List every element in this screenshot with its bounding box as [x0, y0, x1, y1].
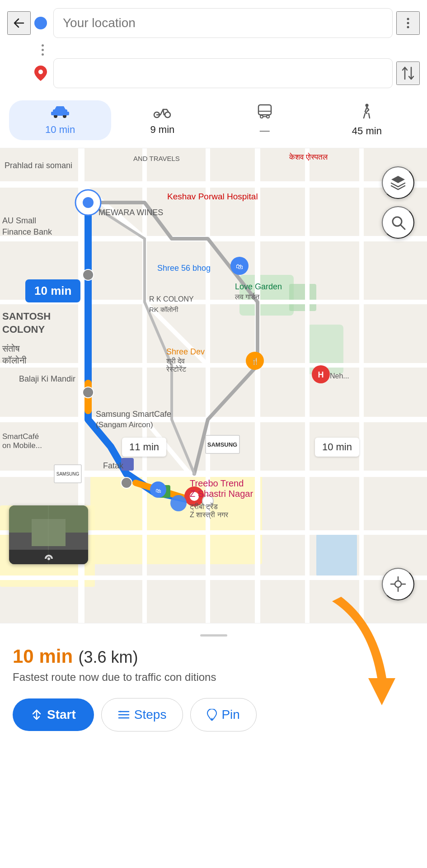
bottom-handle	[200, 634, 227, 637]
transport-bar: 10 min 9 min —	[0, 93, 427, 148]
svg-point-44	[83, 387, 94, 398]
svg-rect-6	[51, 112, 69, 115]
route-desc-end: ditions	[185, 671, 216, 683]
svg-rect-18	[239, 275, 294, 316]
my-location-button[interactable]	[382, 568, 414, 600]
transport-car[interactable]: 10 min	[9, 100, 111, 140]
transport-moto[interactable]: 9 min	[111, 100, 213, 140]
svg-text:🛍: 🛍	[155, 487, 161, 494]
svg-point-2	[407, 26, 409, 28]
pin-label: Pin	[221, 708, 239, 722]
car-icon	[51, 105, 69, 122]
route-time: 10 min	[13, 646, 73, 667]
svg-point-75	[47, 557, 50, 560]
svg-point-42	[83, 197, 94, 208]
route-time-badge: 10 min	[25, 279, 80, 302]
svg-text:🛍: 🛍	[236, 263, 243, 270]
route-description: Fastest route now due to traffic con dit…	[13, 671, 414, 684]
svg-point-11	[260, 115, 263, 118]
svg-rect-20	[289, 284, 316, 311]
svg-rect-50	[121, 458, 134, 471]
svg-text:SAMSUNG: SAMSUNG	[56, 472, 80, 476]
map-container[interactable]: SAMSUNG SAMSUNG H 🛍 🍴 🛍 Prahlad rai soma…	[0, 148, 427, 623]
connector-dot-2	[42, 49, 44, 51]
svg-point-0	[407, 18, 409, 20]
svg-rect-21	[316, 533, 357, 578]
layers-button[interactable]	[382, 166, 414, 199]
svg-point-12	[267, 115, 269, 118]
transport-transit[interactable]: —	[214, 99, 316, 141]
map-search-button[interactable]	[382, 206, 414, 239]
svg-point-49	[202, 495, 213, 506]
start-button[interactable]: Start	[13, 698, 94, 731]
svg-line-65	[401, 225, 405, 229]
start-label: Start	[47, 708, 76, 722]
svg-rect-22	[90, 474, 262, 564]
swap-button[interactable]	[396, 61, 420, 85]
transit-icon	[257, 104, 273, 123]
svg-text:SAMSUNG: SAMSUNG	[207, 441, 237, 448]
route-distance: (3.6 km)	[79, 648, 138, 666]
svg-text:🍴: 🍴	[251, 358, 259, 365]
destination-pin-icon	[34, 67, 47, 80]
moto-time: 9 min	[150, 124, 174, 136]
street-view-icon	[9, 550, 88, 564]
pin-button[interactable]: Pin	[190, 698, 256, 731]
destination-row: Domino's Pizza	[7, 58, 420, 88]
back-button[interactable]	[7, 11, 31, 35]
connector-dot-3	[42, 53, 44, 56]
transport-walk[interactable]: 45 min	[316, 99, 418, 142]
car-time: 10 min	[45, 124, 75, 136]
svg-rect-9	[258, 105, 271, 115]
more-button[interactable]	[396, 11, 420, 35]
svg-text:H: H	[318, 370, 324, 379]
origin-row	[7, 8, 420, 38]
moto-icon	[153, 105, 171, 122]
svg-point-8	[165, 112, 170, 118]
route-label-10min: 10 min	[315, 438, 359, 457]
steps-label: Steps	[134, 708, 167, 722]
svg-point-48	[170, 495, 187, 511]
connector-dot-1	[42, 44, 44, 47]
header: Domino's Pizza	[0, 0, 427, 93]
route-label-11min: 11 min	[122, 438, 166, 457]
steps-button[interactable]: Steps	[101, 698, 183, 731]
svg-point-47	[190, 492, 199, 501]
svg-point-16	[365, 104, 368, 107]
street-view-thumbnail[interactable]	[9, 505, 88, 564]
svg-point-45	[121, 477, 132, 488]
svg-point-1	[407, 22, 409, 24]
route-summary: 10 min (3.6 km)	[13, 646, 414, 667]
walk-time: 45 min	[352, 125, 382, 137]
bottom-panel: 10 min (3.6 km) Fastest route now due to…	[0, 623, 427, 748]
transit-time: —	[260, 125, 270, 137]
walk-icon	[361, 104, 373, 123]
action-buttons: Start Steps Pin	[13, 698, 414, 731]
svg-point-66	[395, 581, 401, 587]
origin-dot	[34, 17, 47, 29]
svg-point-43	[83, 269, 94, 280]
origin-input[interactable]	[53, 8, 393, 38]
destination-input[interactable]: Domino's Pizza	[53, 58, 393, 88]
